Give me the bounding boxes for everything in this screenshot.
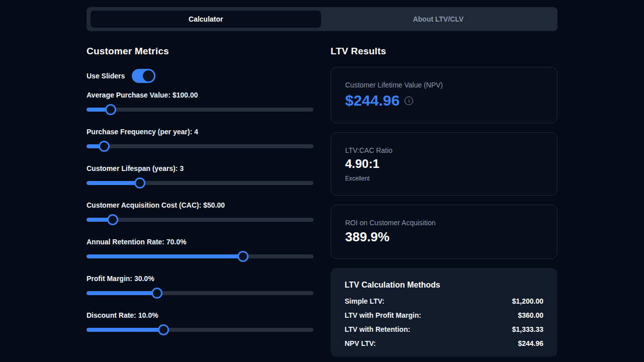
slider-label: Average Purchase Value: $100.00 (87, 91, 313, 99)
cac-slider[interactable] (87, 214, 313, 225)
ltv-calculation-methods-card: LTV Calculation Methods Simple LTV: $1,2… (331, 268, 557, 357)
slider-thumb[interactable] (237, 251, 249, 262)
method-label: NPV LTV: (345, 339, 376, 347)
method-row-profit-margin-ltv: LTV with Profit Margin: $360.00 (345, 311, 543, 319)
main-content: Customer Metrics Use Sliders Average Pur… (87, 46, 557, 357)
method-value: $244.96 (518, 339, 543, 347)
average-purchase-value-slider[interactable] (87, 104, 313, 115)
slider-label: Annual Retention Rate: 70.0% (87, 238, 313, 246)
slider-thumb[interactable] (158, 324, 169, 335)
roi-card: ROI on Customer Acquisition 389.9% (331, 205, 557, 259)
npv-card-value: $244.96 i (345, 92, 543, 109)
page-container: Calculator About LTV/CLV Customer Metric… (87, 0, 557, 357)
method-row-simple-ltv: Simple LTV: $1,200.00 (345, 297, 543, 305)
method-value: $1,333.33 (512, 325, 543, 333)
slider-label: Customer Acquisition Cost (CAC): $50.00 (87, 201, 313, 209)
slider-thumb[interactable] (134, 177, 145, 189)
customer-lifespan-slider[interactable] (87, 177, 313, 189)
slider-group-profit-margin: Profit Margin: 30.0% (87, 275, 313, 299)
method-label: Simple LTV: (345, 297, 384, 305)
slider-track (87, 144, 313, 148)
slider-group-discount-rate: Discount Rate: 10.0% (87, 311, 313, 335)
method-label: LTV with Profit Margin: (345, 311, 421, 319)
slider-fill (87, 254, 243, 258)
slider-fill (87, 328, 164, 332)
slider-fill (87, 181, 140, 185)
tab-about-ltv-clv[interactable]: About LTV/CLV (323, 11, 553, 28)
slider-thumb[interactable] (99, 141, 110, 152)
slider-track (87, 254, 313, 258)
use-sliders-toggle[interactable] (132, 69, 155, 83)
ratio-rating-badge: Excellent (345, 175, 543, 182)
slider-label: Discount Rate: 10.0% (87, 311, 313, 319)
roi-card-value: 389.9% (345, 229, 543, 245)
ratio-card-value: 4.90:1 (345, 157, 543, 171)
npv-card: Customer Lifetime Value (NPV) $244.96 i (331, 67, 557, 123)
result-cards: Customer Lifetime Value (NPV) $244.96 i … (331, 67, 557, 357)
ltv-cac-ratio-card: LTV:CAC Ratio 4.90:1 Excellent (331, 132, 557, 196)
method-value: $360.00 (518, 311, 543, 319)
use-sliders-row: Use Sliders (87, 69, 313, 83)
tab-calculator[interactable]: Calculator (91, 11, 321, 28)
profit-margin-slider[interactable] (87, 288, 313, 299)
npv-card-label: Customer Lifetime Value (NPV) (345, 81, 543, 89)
customer-metrics-title: Customer Metrics (87, 46, 313, 57)
slider-group-cac: Customer Acquisition Cost (CAC): $50.00 (87, 201, 313, 225)
methods-card-title: LTV Calculation Methods (345, 281, 543, 290)
slider-track (87, 108, 313, 112)
toggle-knob (143, 70, 154, 81)
slider-track (87, 328, 313, 332)
slider-track (87, 181, 313, 185)
ratio-card-label: LTV:CAC Ratio (345, 146, 543, 154)
discount-rate-slider[interactable] (87, 324, 313, 335)
method-row-npv-ltv: NPV LTV: $244.96 (345, 339, 543, 347)
slider-fill (87, 291, 157, 295)
ltv-results-panel: LTV Results Customer Lifetime Value (NPV… (331, 46, 557, 357)
npv-value-text: $244.96 (345, 92, 399, 109)
slider-label: Purchase Frequency (per year): 4 (87, 128, 313, 136)
slider-track (87, 218, 313, 222)
slider-label: Profit Margin: 30.0% (87, 275, 313, 283)
customer-metrics-panel: Customer Metrics Use Sliders Average Pur… (87, 46, 313, 357)
method-row-retention-ltv: LTV with Retention: $1,333.33 (345, 325, 543, 333)
purchase-frequency-slider[interactable] (87, 141, 313, 152)
method-label: LTV with Retention: (345, 325, 410, 333)
slider-group-customer-lifespan: Customer Lifespan (years): 3 (87, 164, 313, 189)
use-sliders-label: Use Sliders (87, 72, 125, 80)
info-circle-icon[interactable]: i (405, 97, 413, 105)
roi-card-label: ROI on Customer Acquisition (345, 219, 543, 227)
slider-group-retention-rate: Annual Retention Rate: 70.0% (87, 238, 313, 262)
slider-thumb[interactable] (105, 104, 116, 115)
slider-group-purchase-frequency: Purchase Frequency (per year): 4 (87, 128, 313, 152)
tab-bar: Calculator About LTV/CLV (87, 7, 557, 31)
method-value: $1,200.00 (512, 297, 543, 305)
slider-thumb[interactable] (107, 214, 118, 225)
slider-track (87, 291, 313, 295)
retention-rate-slider[interactable] (87, 251, 313, 262)
ltv-results-title: LTV Results (331, 46, 557, 57)
slider-label: Customer Lifespan (years): 3 (87, 164, 313, 172)
slider-thumb[interactable] (151, 288, 163, 299)
slider-group-average-purchase-value: Average Purchase Value: $100.00 (87, 91, 313, 115)
